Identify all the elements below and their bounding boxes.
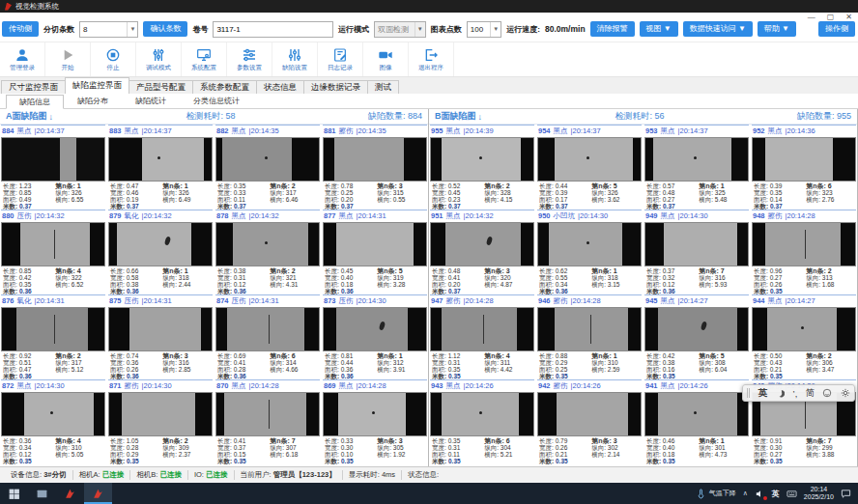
action-user-button[interactable]: 管理登录 xyxy=(0,42,45,76)
defect-cell[interactable]: 946擦伤|20:14:28长度: 0.88宽度: 0.29面积: 0.25米数… xyxy=(537,294,642,379)
close-button[interactable]: ✕ xyxy=(845,14,852,21)
defect-image[interactable] xyxy=(644,307,749,351)
defect-image[interactable] xyxy=(215,137,320,182)
defect-cell[interactable]: 872黑点|20:14:30长度: 0.36宽度: 0.34面积: 0.12米数… xyxy=(1,379,105,464)
defect-cell[interactable]: 879氧化|20:14:32长度: 0.66宽度: 0.58面积: 0.38米数… xyxy=(108,210,213,294)
defect-cell[interactable]: 881擦伤|20:14:35长度: 0.78宽度: 0.25面积: 0.20米数… xyxy=(323,125,427,210)
touch-keyboard-icon[interactable] xyxy=(786,489,797,499)
ime-simplified-toggle[interactable]: 简 xyxy=(806,387,815,400)
defect-image[interactable] xyxy=(215,392,320,436)
defect-image[interactable] xyxy=(430,392,534,436)
defect-image[interactable] xyxy=(430,307,534,351)
defect-image[interactable] xyxy=(108,307,213,351)
defect-cell[interactable]: 950小凹坑|20:14:30长度: 0.62宽度: 0.55面积: 0.34米… xyxy=(537,210,642,294)
maximize-button[interactable]: ▢ xyxy=(827,14,835,21)
action-slidersh-button[interactable]: 参数设置 xyxy=(227,42,272,76)
taskbar-app-window[interactable] xyxy=(28,483,56,504)
sub-tab-2[interactable]: 缺陷统计 xyxy=(122,94,180,108)
defect-cell[interactable]: 873压伤|20:14:30长度: 0.81宽度: 0.44面积: 0.36米数… xyxy=(323,294,427,379)
ime-drag-handle[interactable] xyxy=(747,388,750,398)
action-tune-button[interactable]: 调试模式 xyxy=(136,42,182,76)
defect-cell[interactable]: 955黑点|20:14:39长度: 0.52宽度: 0.45面积: 0.23米数… xyxy=(430,125,534,210)
defect-image[interactable] xyxy=(1,307,105,351)
confirm-count-button[interactable]: 确认条数 xyxy=(143,21,187,37)
defect-image[interactable] xyxy=(108,392,213,436)
drive-side-button[interactable]: 传动侧 xyxy=(2,21,39,37)
defect-cell[interactable]: 878黑点|20:14:32长度: 0.38宽度: 0.31面积: 0.12米数… xyxy=(215,210,320,294)
slit-count-select[interactable]: 8▼ xyxy=(79,21,138,38)
sub-tab-0[interactable]: 缺陷信息 xyxy=(6,95,64,109)
defect-cell[interactable]: 943黑点|20:14:26长度: 0.35宽度: 0.31面积: 0.11米数… xyxy=(430,379,534,464)
defect-cell[interactable]: 877黑点|20:14:31长度: 0.45宽度: 0.40面积: 0.18米数… xyxy=(323,210,427,294)
defect-image[interactable] xyxy=(752,307,856,351)
defect-image[interactable] xyxy=(537,307,642,351)
taskbar-app-red-2-active[interactable] xyxy=(84,483,112,504)
action-stop-button[interactable]: 停止 xyxy=(91,42,136,76)
main-tab-4[interactable]: 状态信息 xyxy=(256,80,304,94)
defect-image[interactable] xyxy=(215,222,320,266)
defect-image[interactable] xyxy=(215,307,320,351)
defect-image[interactable] xyxy=(752,137,856,182)
chart-points-select[interactable]: 100▼ xyxy=(467,21,502,38)
defect-cell[interactable]: 883黑点|20:14:37长度: 0.47宽度: 0.46面积: 0.19米数… xyxy=(108,125,213,210)
quick-access-menu-button[interactable]: 数据快速访问 ▼ xyxy=(683,21,753,37)
ime-english-toggle[interactable]: 英 xyxy=(758,387,767,400)
action-center-icon[interactable] xyxy=(841,489,851,499)
run-mode-select[interactable]: 双面检测▼ xyxy=(374,21,426,38)
defect-image[interactable] xyxy=(430,222,534,266)
taskbar-clock[interactable]: 20:142025/2/10 xyxy=(804,486,834,502)
defect-image[interactable] xyxy=(1,137,105,182)
tray-expand-icon[interactable]: ∧ xyxy=(743,490,748,497)
defect-image[interactable] xyxy=(537,137,642,182)
gear-icon[interactable] xyxy=(841,388,850,398)
ime-punctuation-toggle[interactable]: ’, xyxy=(793,388,798,399)
defect-cell[interactable]: 953黑点|20:14:37长度: 0.57宽度: 0.48面积: 0.27米数… xyxy=(644,125,749,210)
sub-tab-1[interactable]: 缺陷分布 xyxy=(64,94,122,108)
defect-image[interactable] xyxy=(108,137,213,182)
volume-icon[interactable] xyxy=(755,489,765,499)
defect-cell[interactable]: 952黑点|20:14:36长度: 0.39宽度: 0.35面积: 0.14米数… xyxy=(752,125,856,210)
action-play-button[interactable]: 开始 xyxy=(45,42,91,76)
defect-cell[interactable]: 869黑点|20:14:28长度: 0.33宽度: 0.30面积: 0.10米数… xyxy=(323,379,427,464)
operation-side-button[interactable]: 操作侧 xyxy=(818,21,855,37)
roll-number-input[interactable] xyxy=(213,21,333,38)
defect-cell[interactable]: 870黑点|20:14:28长度: 0.41宽度: 0.37面积: 0.15米数… xyxy=(215,379,320,464)
start-button[interactable] xyxy=(0,483,28,504)
clear-alarm-button[interactable]: 清除报警 xyxy=(590,21,635,37)
action-camera-button[interactable]: 图像 xyxy=(363,42,409,76)
main-tab-5[interactable]: 边缘数据记录 xyxy=(303,80,368,94)
defect-cell[interactable]: 874压伤|20:14:31长度: 0.69宽度: 0.41面积: 0.28米数… xyxy=(215,294,320,379)
defect-cell[interactable]: 942擦伤|20:14:26长度: 0.79宽度: 0.26面积: 0.21米数… xyxy=(537,379,642,464)
defect-image[interactable] xyxy=(108,222,213,266)
help-menu-button[interactable]: 帮助 ▼ xyxy=(758,21,796,37)
defect-cell[interactable]: 941黑点|20:14:26长度: 0.46宽度: 0.40面积: 0.18米数… xyxy=(644,379,749,464)
defect-cell[interactable]: 880压伤|20:14:32长度: 0.85宽度: 0.42面积: 0.35米数… xyxy=(1,210,105,294)
defect-image[interactable] xyxy=(1,392,105,436)
action-exit-button[interactable]: 退出程序 xyxy=(409,42,454,76)
moon-icon[interactable] xyxy=(775,388,785,398)
main-tab-0[interactable]: 尺寸监控界面 xyxy=(1,80,66,94)
action-monitor-button[interactable]: 系统配置 xyxy=(182,42,227,76)
defect-image[interactable] xyxy=(644,137,749,182)
defect-cell[interactable]: 948擦伤|20:14:28长度: 0.96宽度: 0.27面积: 0.26米数… xyxy=(752,210,856,294)
language-indicator[interactable]: 英 xyxy=(772,489,780,499)
defect-cell[interactable]: 949黑点|20:14:30长度: 0.37宽度: 0.32面积: 0.12米数… xyxy=(644,210,749,294)
defect-image[interactable] xyxy=(752,222,856,266)
action-slidersv-button[interactable]: 缺陷设置 xyxy=(272,42,318,76)
view-menu-button[interactable]: 视图 ▼ xyxy=(640,21,678,37)
defect-cell[interactable]: 945黑点|20:14:27长度: 0.42宽度: 0.38面积: 0.16米数… xyxy=(644,294,749,379)
defect-image[interactable] xyxy=(644,222,749,266)
sub-tab-3[interactable]: 分类信息统计 xyxy=(180,94,253,108)
defect-image[interactable] xyxy=(323,222,427,266)
defect-image[interactable] xyxy=(323,307,427,351)
main-tab-2[interactable]: 产品型号配置 xyxy=(129,80,193,94)
taskbar-app-red-1[interactable] xyxy=(56,483,84,504)
defect-cell[interactable]: 944黑点|20:14:27长度: 0.50宽度: 0.43面积: 0.21米数… xyxy=(752,294,856,379)
weather-widget[interactable]: 气温下降 xyxy=(696,489,736,499)
defect-cell[interactable]: 882黑点|20:14:35长度: 0.35宽度: 0.33面积: 0.11米数… xyxy=(215,125,320,210)
defect-cell[interactable]: 876氧化|20:14:31长度: 0.92宽度: 0.51面积: 0.47米数… xyxy=(1,294,105,379)
defect-cell[interactable]: 954黑点|20:14:37长度: 0.44宽度: 0.39面积: 0.17米数… xyxy=(537,125,642,210)
defect-cell[interactable]: 875压伤|20:14:31长度: 0.74宽度: 0.36面积: 0.26米数… xyxy=(108,294,213,379)
main-tab-1[interactable]: 缺陷监控界面 xyxy=(65,77,129,94)
main-tab-6[interactable]: 测试 xyxy=(367,80,399,94)
